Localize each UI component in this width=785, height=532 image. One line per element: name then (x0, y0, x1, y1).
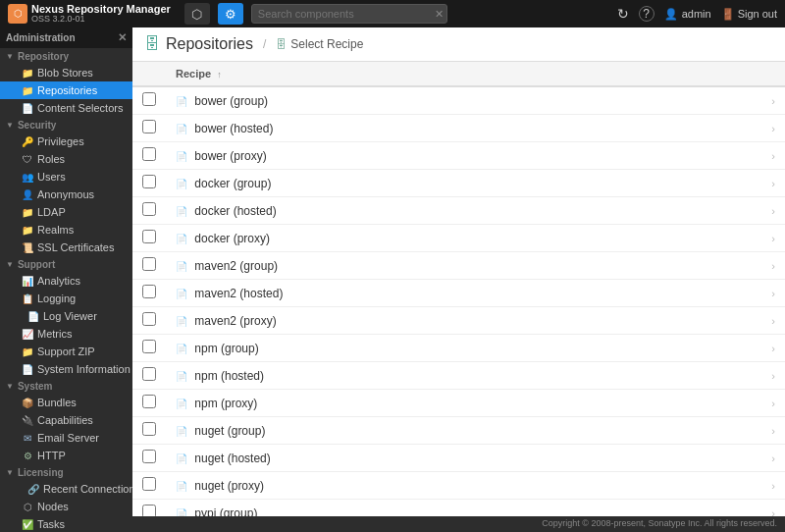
row-checkbox[interactable] (142, 175, 156, 188)
row-checkbox[interactable] (142, 422, 156, 436)
sidebar-item-anonymous[interactable]: 👤 Anonymous (0, 186, 132, 203)
table-row[interactable]: 📄 npm (group) › (132, 335, 785, 362)
mail-icon: ✉ (22, 433, 33, 444)
admin-button[interactable]: ⚙ (218, 3, 243, 25)
item-label: Users (37, 171, 66, 183)
table-row[interactable]: 📄 bower (proxy) › (132, 142, 785, 170)
sidebar-item-tasks[interactable]: ✅ Tasks (0, 515, 132, 532)
conn-icon: 🔗 (27, 484, 39, 495)
table-row[interactable]: 📄 docker (group) › (132, 170, 785, 197)
sidebar-item-ldap[interactable]: 📁 LDAP (0, 203, 132, 221)
row-name: nuget (group) (194, 424, 265, 438)
browse-button[interactable]: ⬡ (184, 3, 210, 25)
table-row[interactable]: 📄 maven2 (hosted) › (132, 280, 785, 307)
row-checkbox-cell (132, 445, 166, 472)
breadcrumb-icon: 🗄 (276, 38, 287, 50)
sidebar-section-security[interactable]: ▼ Security (0, 117, 132, 133)
row-checkbox[interactable] (142, 450, 156, 463)
chart-icon: 📊 (22, 276, 33, 287)
sidebar-item-recent-connections[interactable]: 🔗 Recent Connections (0, 480, 132, 498)
sidebar-section-repository[interactable]: ▼ Repository (0, 48, 132, 64)
sidebar-item-metrics[interactable]: 📈 Metrics (0, 325, 132, 343)
sidebar-item-system-info[interactable]: 📄 System Information (0, 360, 132, 378)
sidebar-item-logging[interactable]: 📋 Logging (0, 290, 132, 307)
sidebar-item-email-server[interactable]: ✉ Email Server (0, 429, 132, 447)
table-row[interactable]: 📄 maven2 (proxy) › (132, 307, 785, 335)
row-checkbox[interactable] (142, 92, 156, 106)
section-label: Security (18, 120, 56, 131)
row-name-cell: 📄 bower (group) (166, 86, 761, 115)
table-row[interactable]: 📄 maven2 (group) › (132, 252, 785, 280)
sidebar-item-capabilities[interactable]: 🔌 Capabilities (0, 411, 132, 429)
sidebar-item-bundles[interactable]: 📦 Bundles (0, 394, 132, 411)
user-icon: 👤 (664, 8, 678, 21)
item-label: LDAP (37, 206, 66, 218)
sidebar-item-http[interactable]: ⚙ HTTP (0, 447, 132, 464)
row-icon: 📄 (176, 371, 187, 382)
row-name-cell: 📄 npm (group) (166, 335, 761, 362)
sidebar-section-support[interactable]: ▼ Support (0, 256, 132, 272)
breadcrumb: 🗄 Select Recipe (276, 37, 363, 51)
table-row[interactable]: 📄 npm (hosted) › (132, 362, 785, 390)
sidebar-item-ssl-certificates[interactable]: 📜 SSL Certificates (0, 239, 132, 256)
row-name: maven2 (group) (194, 259, 278, 273)
row-checkbox[interactable] (142, 367, 156, 381)
row-checkbox[interactable] (142, 477, 156, 491)
sidebar-section-licensing[interactable]: ▼ Licensing (0, 464, 132, 480)
row-checkbox-cell (132, 362, 166, 390)
sidebar-item-content-selectors[interactable]: 📄 Content Selectors (0, 99, 132, 117)
row-checkbox-cell (132, 86, 166, 115)
triangle-icon: ▼ (6, 260, 14, 269)
layout: Administration ✕ ▼ Repository 📁 Blob Sto… (0, 27, 785, 532)
table-row[interactable]: 📄 npm (proxy) › (132, 390, 785, 417)
table-row[interactable]: 📄 nuget (proxy) › (132, 472, 785, 500)
row-checkbox[interactable] (142, 120, 156, 133)
sidebar-item-realms[interactable]: 📁 Realms (0, 221, 132, 239)
sidebar-item-log-viewer[interactable]: 📄 Log Viewer (0, 307, 132, 325)
table-row[interactable]: 📄 nuget (hosted) › (132, 445, 785, 472)
row-name: npm (hosted) (194, 369, 264, 383)
sidebar-item-users[interactable]: 👥 Users (0, 168, 132, 186)
sidebar-item-blob-stores[interactable]: 📁 Blob Stores (0, 64, 132, 81)
sidebar-section-system[interactable]: ▼ System (0, 378, 132, 394)
footer-text: Copyright © 2008-present, Sonatype Inc. … (542, 518, 777, 528)
row-name: maven2 (proxy) (194, 314, 276, 328)
row-icon: 📄 (176, 124, 187, 134)
help-icon[interactable]: ? (639, 6, 654, 22)
sidebar-item-nodes[interactable]: ⬡ Nodes (0, 498, 132, 515)
row-checkbox[interactable] (142, 312, 156, 326)
row-checkbox[interactable] (142, 505, 156, 516)
search-clear-icon[interactable]: ✕ (435, 8, 444, 21)
signout-button[interactable]: 🚪 Sign out (721, 8, 777, 21)
row-checkbox[interactable] (142, 395, 156, 408)
row-checkbox[interactable] (142, 257, 156, 271)
table-row[interactable]: 📄 nuget (group) › (132, 417, 785, 445)
row-checkbox[interactable] (142, 340, 156, 353)
sidebar-item-support-zip[interactable]: 📁 Support ZIP (0, 343, 132, 360)
item-label: Realms (37, 224, 74, 236)
row-checkbox[interactable] (142, 147, 156, 161)
table-row[interactable]: 📄 pypi (group) › (132, 500, 785, 517)
row-checkbox[interactable] (142, 230, 156, 243)
user-menu[interactable]: 👤 admin (664, 8, 711, 21)
table-row[interactable]: 📄 docker (proxy) › (132, 225, 785, 252)
main-content: 🗄 Repositories / 🗄 Select Recipe Recipe … (132, 27, 785, 532)
table-row[interactable]: 📄 bower (group) › (132, 86, 785, 115)
sidebar-item-analytics[interactable]: 📊 Analytics (0, 272, 132, 290)
row-chevron-cell: › (761, 417, 785, 445)
sidebar: Administration ✕ ▼ Repository 📁 Blob Sto… (0, 27, 132, 532)
sidebar-item-roles[interactable]: 🛡 Roles (0, 150, 132, 168)
refresh-icon[interactable]: ↻ (617, 6, 629, 22)
row-icon: 📄 (176, 399, 187, 409)
th-recipe[interactable]: Recipe ↑ (166, 62, 761, 86)
search-input[interactable] (251, 4, 447, 24)
row-checkbox[interactable] (142, 285, 156, 298)
sidebar-collapse-icon[interactable]: ✕ (118, 31, 127, 44)
sidebar-item-privileges[interactable]: 🔑 Privileges (0, 133, 132, 150)
row-name-cell: 📄 bower (proxy) (166, 142, 761, 170)
table-row[interactable]: 📄 docker (hosted) › (132, 197, 785, 225)
row-checkbox[interactable] (142, 202, 156, 216)
sidebar-item-repositories[interactable]: 📁 Repositories (0, 81, 132, 99)
row-icon: 📄 (176, 234, 187, 244)
table-row[interactable]: 📄 bower (hosted) › (132, 115, 785, 142)
